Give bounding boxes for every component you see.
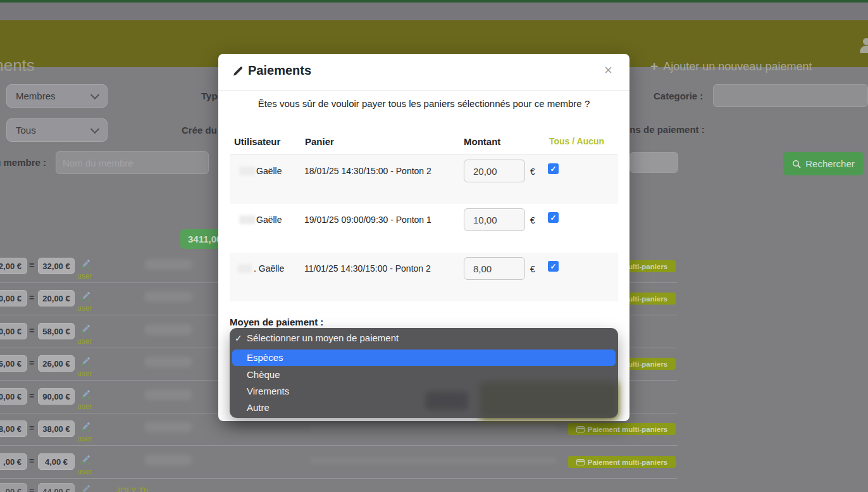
amount-paid-box: ,00 € <box>0 483 27 492</box>
pencil-icon <box>232 65 244 77</box>
tous-select-value: Tous <box>16 125 36 136</box>
redacted-text <box>144 259 192 270</box>
card-icon <box>576 426 585 432</box>
amount-paid-box: ,00 € <box>0 453 27 470</box>
equals-sign: = <box>29 391 34 401</box>
modal-header: Paiements × <box>218 54 629 91</box>
table-row: ,00 € = 44,00 € JOLY Th <box>0 478 677 492</box>
edit-user-icon[interactable] <box>80 389 90 400</box>
redacted-text <box>144 291 192 302</box>
redacted-text <box>144 356 192 367</box>
column-header-panier: Panier <box>305 136 334 147</box>
search-button[interactable]: Rechercher <box>783 152 864 175</box>
plus-icon: + <box>650 59 658 74</box>
row-montant-input[interactable] <box>464 257 525 280</box>
edit-user-icon[interactable] <box>80 455 90 465</box>
dropdown-option-especes[interactable]: Espèces <box>232 350 616 366</box>
user-link[interactable]: user <box>77 467 92 476</box>
redacted-text <box>144 455 192 465</box>
row-user: Gaëlle <box>256 166 282 176</box>
row-panier: 18/01/25 14:30/15:00 - Ponton 2 <box>304 166 431 176</box>
app-root: Paiements ⚙ Config + Ajouter un nouveau … <box>0 0 868 492</box>
categorie-label: Categorie : <box>654 91 703 101</box>
amount-paid-box: 0,00 € <box>0 388 27 405</box>
equals-sign: = <box>29 423 34 433</box>
amount-total-box: 20,00 € <box>38 290 75 306</box>
divider <box>230 154 618 155</box>
amount-paid-box: 2,00 € <box>0 258 27 274</box>
row-currency: € <box>530 167 535 177</box>
member-name-link[interactable]: JOLY Th <box>116 486 149 492</box>
row-checkbox[interactable]: ✓ <box>548 212 559 223</box>
amount-total-box: 38,00 € <box>38 420 75 437</box>
moyens-paiement-input[interactable] <box>629 152 678 173</box>
redacted-text <box>144 324 192 335</box>
row-checkbox[interactable]: ✓ <box>548 163 559 174</box>
redacted-name <box>239 167 256 175</box>
amount-paid-box: 0,00 € <box>0 323 27 339</box>
check-icon: ✓ <box>235 333 242 343</box>
row-currency: € <box>530 264 535 274</box>
column-header-tous-aucun: Tous / Aucun <box>549 136 604 146</box>
row-montant-input[interactable] <box>464 160 525 182</box>
amount-total-box: 90,00 € <box>38 388 75 405</box>
close-icon[interactable]: × <box>604 62 612 79</box>
check-icon: ✓ <box>550 262 556 271</box>
dropdown-option-cheque[interactable]: Chèque <box>247 369 280 380</box>
payment-method-dropdown: ✓ Sélectionner un moyen de paiement Espè… <box>230 328 618 418</box>
row-panier: 11/01/25 14:30/15:00 - Ponton 2 <box>304 263 431 274</box>
equals-sign: = <box>29 358 34 368</box>
user-link[interactable]: user <box>77 304 92 313</box>
redacted-text <box>310 458 557 464</box>
browser-band <box>0 3 868 20</box>
row-montant-input[interactable] <box>464 208 525 231</box>
user-link[interactable]: user <box>77 272 92 281</box>
edit-user-icon[interactable] <box>80 259 90 270</box>
modal-basket-row: . Gaëlle 11/01/25 14:30/15:00 - Ponton 2… <box>230 253 618 301</box>
edit-user-icon[interactable] <box>80 291 90 302</box>
redacted-text <box>144 422 192 432</box>
page-title: Paiements <box>0 56 35 75</box>
card-icon <box>576 459 585 465</box>
check-icon: ✓ <box>550 213 556 222</box>
user-link[interactable]: user <box>77 369 92 378</box>
dropdown-option-virements[interactable]: Virements <box>247 386 289 396</box>
row-user: . Gaëlle <box>254 263 284 274</box>
amount-total-box: 58,00 € <box>38 323 75 339</box>
edit-user-icon[interactable] <box>80 422 90 432</box>
user-link[interactable]: user <box>77 434 92 443</box>
amount-total-box: 44,00 € <box>38 483 75 492</box>
equals-sign: = <box>29 293 34 303</box>
row-checkbox[interactable]: ✓ <box>548 261 559 272</box>
edit-user-icon[interactable] <box>80 324 90 335</box>
row-panier: 19/01/25 09:00/09:30 - Ponton 1 <box>304 215 431 225</box>
tous-select[interactable]: Tous <box>6 118 108 142</box>
user-icon-head <box>863 38 868 45</box>
equals-sign: = <box>29 486 34 492</box>
chevron-down-icon <box>90 124 99 133</box>
multi-panier-badge[interactable]: Paiement multi-paniers <box>568 456 676 468</box>
redacted-text <box>144 389 192 400</box>
equals-sign: = <box>29 456 34 466</box>
multi-panier-badge-label: Paiement multi-paniers <box>588 458 668 466</box>
amount-total-box: 26,00 € <box>38 355 75 372</box>
categorie-input[interactable] <box>713 84 868 107</box>
amount-paid-box: 6,00 € <box>0 355 27 372</box>
multi-panier-badge[interactable]: Paiement multi-paniers <box>568 423 676 435</box>
amount-total-box: 32,00 € <box>38 258 75 274</box>
dropdown-option-placeholder[interactable]: Sélectionner un moyen de paiement <box>247 332 399 343</box>
user-icon[interactable] <box>858 38 868 53</box>
edit-user-icon[interactable] <box>80 356 90 367</box>
modal-basket-row: Gaëlle 18/01/25 14:30/15:00 - Ponton 2 €… <box>230 155 618 204</box>
membres-select[interactable]: Membres <box>6 84 108 108</box>
add-payment-button[interactable]: + Ajouter un nouveau paiement <box>650 59 812 74</box>
row-user: Gaëlle <box>256 215 282 225</box>
nom-membre-input[interactable] <box>56 151 209 174</box>
chevron-down-icon <box>90 90 99 99</box>
add-payment-label: Ajouter un nouveau paiement <box>663 60 812 73</box>
user-link[interactable]: user <box>77 402 92 411</box>
edit-user-icon[interactable] <box>80 484 90 492</box>
dropdown-option-autre[interactable]: Autre <box>247 402 270 413</box>
user-link[interactable]: user <box>77 337 92 346</box>
redacted-name <box>238 264 252 273</box>
